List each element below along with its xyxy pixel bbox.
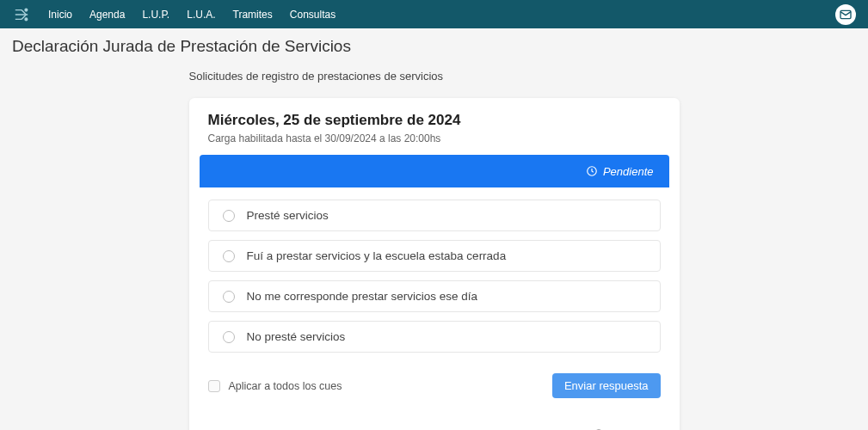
nav-agenda[interactable]: Agenda [89,9,125,21]
mail-button[interactable] [835,4,856,25]
option-label: No me corresponde prestar servicios ese … [247,290,478,303]
option-no-preste[interactable]: No presté servicios [208,321,661,353]
app-logo-icon[interactable] [12,7,31,22]
card-footer: Aplicar a todos los cues Enviar respuest… [189,365,680,415]
option-label: Fuí a prestar servicios y la escuela est… [247,249,507,262]
page-title: Declaración Jurada de Prestación de Serv… [0,28,868,63]
status-bar[interactable]: Pendiente [200,155,669,187]
radio-icon [223,291,235,303]
option-label: Presté servicios [247,209,329,222]
send-button[interactable]: Enviar respuesta [552,373,661,398]
nav-consultas[interactable]: Consultas [290,9,336,21]
apply-all-label: Aplicar a todos los cues [229,380,342,392]
option-preste[interactable]: Presté servicios [208,200,661,231]
card-date: Miércoles, 25 de septiembre de 2024 [208,112,661,129]
nav-tramites[interactable]: Tramites [233,9,273,21]
nav-inicio[interactable]: Inicio [48,9,72,21]
svg-point-0 [25,9,28,11]
status-label: Pendiente [603,165,654,178]
nav-left: Inicio Agenda L.U.P. L.U.A. Tramites Con… [12,7,336,22]
options-list: Presté servicios Fuí a prestar servicios… [189,187,680,365]
card-pending-row[interactable]: Pendiente [189,415,680,430]
nav-lup[interactable]: L.U.P. [142,9,169,21]
content: Solicitudes de registro de prestaciones … [189,63,680,430]
checkbox-icon [208,380,220,392]
nav-lua[interactable]: L.U.A. [187,9,215,21]
mail-icon [839,8,853,22]
clock-icon [586,165,598,177]
radio-icon [223,250,235,262]
svg-point-1 [25,18,28,21]
option-escuela-cerrada[interactable]: Fuí a prestar servicios y la escuela est… [208,240,661,272]
option-no-corresponde[interactable]: No me corresponde prestar servicios ese … [208,280,661,312]
option-label: No presté servicios [247,330,346,343]
navbar: Inicio Agenda L.U.P. L.U.A. Tramites Con… [0,0,868,28]
radio-icon [223,210,235,222]
declaration-card: Miércoles, 25 de septiembre de 2024 Carg… [189,98,680,430]
apply-all-checkbox[interactable]: Aplicar a todos los cues [208,380,342,392]
card-header: Miércoles, 25 de septiembre de 2024 Carg… [189,98,680,155]
page-subtitle: Solicitudes de registro de prestaciones … [189,70,680,83]
radio-icon [223,331,235,343]
card-deadline: Carga habilitada hasta el 30/09/2024 a l… [208,132,661,144]
